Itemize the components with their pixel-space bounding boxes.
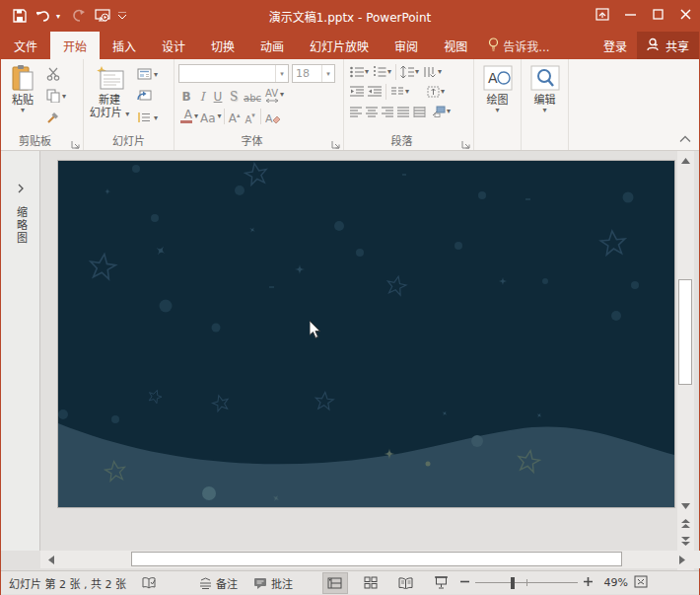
horizontal-scroll-thumb[interactable] xyxy=(131,552,622,566)
redo-icon xyxy=(72,9,86,23)
drawing-button[interactable]: A 绘图 ▾ xyxy=(476,62,520,150)
distribute-button[interactable] xyxy=(411,107,428,117)
tab-animations[interactable]: 动画 xyxy=(247,32,297,59)
sign-in-button[interactable]: 登录 xyxy=(594,32,637,59)
save-button[interactable] xyxy=(9,5,31,27)
columns-button[interactable]: ▾ xyxy=(388,86,411,98)
bullets-button[interactable]: ▾ xyxy=(348,66,371,78)
font-color-button[interactable]: A xyxy=(178,108,194,125)
shrink-font-button[interactable]: A▾ xyxy=(243,108,258,125)
previous-slide-button[interactable] xyxy=(677,516,694,532)
vertical-scroll-thumb[interactable] xyxy=(678,279,692,385)
share-button[interactable]: 共享 xyxy=(637,32,699,59)
grow-font-button[interactable]: A▴ xyxy=(227,108,243,125)
window-controls xyxy=(589,0,699,32)
format-painter-button[interactable] xyxy=(44,110,68,127)
copy-button[interactable]: ▾ xyxy=(44,88,68,106)
character-spacing-button[interactable]: AV xyxy=(263,86,280,104)
align-left-button[interactable] xyxy=(348,107,364,117)
increase-indent-button[interactable] xyxy=(366,86,384,98)
tab-file[interactable]: 文件 xyxy=(1,32,50,59)
minimize-button[interactable] xyxy=(616,0,644,32)
justify-button[interactable] xyxy=(395,107,411,117)
thumbnail-pane-collapsed[interactable]: 缩略图 xyxy=(1,151,40,551)
slide-number-indicator[interactable]: 幻灯片 第 2 张 , 共 2 张 xyxy=(1,571,134,594)
scroll-down-button[interactable] xyxy=(677,498,694,514)
clear-formatting-button[interactable]: A xyxy=(263,108,282,125)
cut-button[interactable] xyxy=(44,66,68,84)
text-shadow-button[interactable]: S xyxy=(226,86,242,104)
eraser-icon: A xyxy=(265,112,280,125)
horizontal-scrollbar[interactable] xyxy=(40,551,693,568)
change-case-button[interactable]: Aa xyxy=(198,108,218,125)
zoom-in-button[interactable] xyxy=(584,576,593,589)
close-button[interactable] xyxy=(671,0,699,32)
next-slide-button[interactable] xyxy=(677,534,694,550)
zoom-out-button[interactable] xyxy=(460,576,469,589)
zoom-percentage[interactable]: 49% xyxy=(598,576,628,589)
slide-canvas[interactable] xyxy=(57,160,675,508)
tab-slideshow[interactable]: 幻灯片放映 xyxy=(297,32,382,59)
clipboard-dialog-launcher[interactable] xyxy=(71,138,80,147)
tell-me-box[interactable]: 告诉我... xyxy=(480,32,557,59)
strikethrough-button[interactable]: abc xyxy=(242,86,263,104)
expand-pane-icon[interactable] xyxy=(17,183,25,196)
scroll-left-button[interactable] xyxy=(43,552,59,567)
undo-dropdown[interactable]: ▾ xyxy=(56,5,66,27)
undo-button[interactable] xyxy=(33,5,54,27)
fit-slide-to-window-button[interactable] xyxy=(634,575,648,591)
tab-review[interactable]: 审阅 xyxy=(382,32,431,59)
tab-home[interactable]: 开始 xyxy=(50,32,100,59)
align-text-button[interactable]: ▾ xyxy=(425,86,447,98)
reset-slide-button[interactable] xyxy=(135,88,160,106)
zoom-slider-thumb[interactable] xyxy=(511,577,515,589)
italic-button[interactable]: I xyxy=(194,86,210,104)
numbering-button[interactable]: ▾ xyxy=(371,66,393,78)
convert-smartart-button[interactable]: ▾ xyxy=(430,106,453,117)
text-direction-button[interactable]: ▾ xyxy=(421,66,444,78)
divider xyxy=(385,84,386,100)
zoom-slider[interactable] xyxy=(475,577,578,589)
paragraph-dialog-launcher[interactable] xyxy=(461,138,470,147)
section-button[interactable]: ▾ xyxy=(135,110,160,127)
slide-info-text: 幻灯片 第 2 张 , 共 2 张 xyxy=(9,575,126,591)
qat-customize-button[interactable] xyxy=(115,5,129,27)
scroll-up-button[interactable] xyxy=(677,153,694,169)
tab-design[interactable]: 设计 xyxy=(149,32,198,59)
font-size-combobox[interactable]: 18 ▾ xyxy=(292,64,335,83)
font-group-label: 字体 xyxy=(175,132,329,148)
editing-button[interactable]: 编辑 ▾ xyxy=(524,62,567,150)
vertical-scrollbar[interactable] xyxy=(677,151,694,570)
tab-insert[interactable]: 插入 xyxy=(100,32,149,59)
tab-view[interactable]: 视图 xyxy=(431,32,480,59)
reset-icon xyxy=(137,89,152,105)
reading-view-button[interactable] xyxy=(393,572,419,594)
layout-button[interactable]: ▾ xyxy=(135,66,160,84)
maximize-button[interactable] xyxy=(644,0,671,32)
close-icon xyxy=(680,9,691,23)
line-spacing-button[interactable]: ▾ xyxy=(398,66,421,78)
scroll-right-button[interactable] xyxy=(674,552,690,567)
section-icon xyxy=(137,112,152,126)
bold-button[interactable]: B xyxy=(178,86,194,104)
redo-button[interactable] xyxy=(68,5,90,27)
align-right-button[interactable] xyxy=(380,107,395,117)
spell-check-button[interactable] xyxy=(134,571,164,594)
font-dialog-launcher[interactable] xyxy=(331,138,340,147)
comments-button[interactable]: 批注 xyxy=(245,571,301,594)
normal-view-button[interactable] xyxy=(322,572,348,594)
underline-button[interactable]: U xyxy=(210,86,226,104)
align-center-button[interactable] xyxy=(364,107,380,117)
group-clipboard: 粘贴 ▾ ▾ xyxy=(1,59,84,150)
slideshow-view-button[interactable] xyxy=(429,572,455,594)
decrease-indent-button[interactable] xyxy=(348,86,366,98)
collapse-ribbon-button[interactable] xyxy=(679,132,691,146)
notes-button[interactable]: 备注 xyxy=(191,571,245,594)
font-name-combobox[interactable]: ▾ xyxy=(178,64,289,83)
slide-sorter-view-button[interactable] xyxy=(358,572,384,594)
tab-transitions[interactable]: 切换 xyxy=(198,32,247,59)
ribbon-display-options-button[interactable] xyxy=(589,0,616,32)
start-slideshow-button[interactable] xyxy=(92,5,113,27)
chevron-down-icon: ▾ xyxy=(438,68,442,76)
svg-text:A: A xyxy=(265,112,273,125)
